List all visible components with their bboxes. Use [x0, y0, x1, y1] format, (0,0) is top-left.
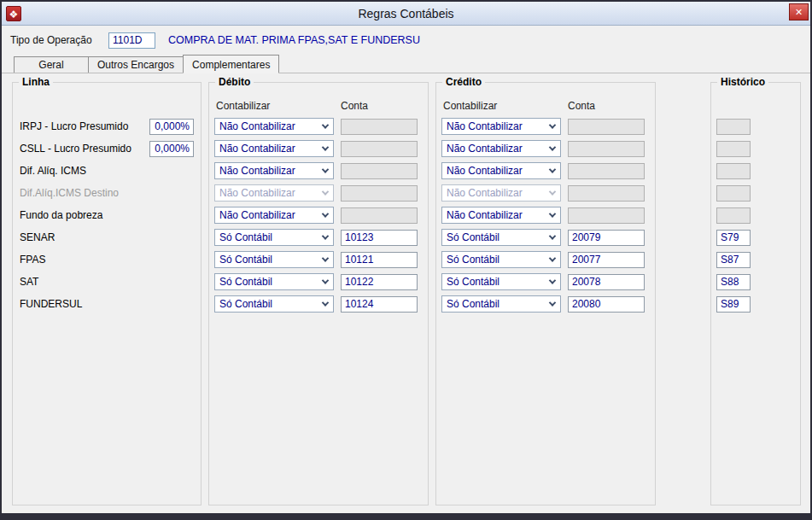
- debito-row: Só Contábil: [214, 293, 423, 315]
- percent-input[interactable]: [149, 119, 194, 135]
- group-debito-title: Débito: [215, 76, 254, 88]
- historico-input: [716, 119, 751, 135]
- historico-row: [716, 182, 795, 204]
- chevron-down-icon: [322, 232, 329, 239]
- line-label: SAT: [20, 276, 38, 288]
- chevron-down-icon: [322, 143, 329, 150]
- contabilizar-select[interactable]: Só Contábil: [441, 229, 561, 246]
- contabilizar-select: Não Contabilizar: [214, 184, 334, 202]
- chevron-down-icon: [549, 254, 556, 261]
- contabilizar-select[interactable]: Não Contabilizar: [441, 162, 561, 179]
- line-label: IRPJ - Lucro Presumido: [20, 120, 128, 132]
- chevron-down-icon: [322, 166, 329, 172]
- historico-row: [716, 115, 795, 137]
- conta-input[interactable]: [568, 296, 645, 313]
- contabilizar-select[interactable]: Só Contábil: [441, 295, 561, 313]
- historico-input[interactable]: [716, 252, 751, 268]
- line-row: IRPJ - Lucro Presumido: [18, 115, 196, 137]
- conta-input[interactable]: [341, 252, 418, 268]
- contabilizar-select[interactable]: Só Contábil: [214, 229, 334, 246]
- contabilizar-select[interactable]: Só Contábil: [441, 273, 561, 290]
- contabilizar-select[interactable]: Só Contábil: [214, 273, 334, 290]
- app-icon: ❖: [6, 6, 21, 21]
- conta-input: [341, 119, 418, 135]
- contabilizar-select[interactable]: Não Contabilizar: [214, 207, 334, 224]
- chevron-down-icon: [322, 210, 329, 217]
- chevron-down-icon: [322, 277, 329, 283]
- contabilizar-value: Não Contabilizar: [447, 165, 523, 177]
- historico-input[interactable]: [716, 296, 751, 313]
- historico-input: [716, 185, 751, 202]
- contabilizar-value: Só Contábil: [447, 298, 499, 310]
- close-button[interactable]: ✕: [789, 3, 809, 20]
- conta-input[interactable]: [341, 274, 418, 290]
- historico-row: [716, 248, 795, 271]
- debito-row: Não Contabilizar: [214, 160, 423, 182]
- historico-input[interactable]: [716, 230, 751, 246]
- title-bar: ❖ Regras Contábeis ✕: [2, 2, 810, 26]
- conta-input[interactable]: [568, 274, 645, 290]
- contabilizar-select[interactable]: Não Contabilizar: [214, 162, 334, 179]
- conta-input: [341, 163, 418, 179]
- window-title: Regras Contábeis: [2, 7, 810, 20]
- tipo-operacao-input[interactable]: [108, 32, 155, 49]
- group-historico: Histórico: [710, 82, 801, 505]
- contabilizar-value: Não Contabilizar: [219, 143, 295, 155]
- contabilizar-value: Só Contábil: [219, 276, 272, 288]
- contabilizar-select[interactable]: Não Contabilizar: [441, 140, 561, 157]
- credito-row: Só Contábil: [441, 293, 650, 315]
- conta-input: [568, 119, 645, 135]
- line-row: SAT: [18, 271, 196, 293]
- contabilizar-select[interactable]: Só Contábil: [214, 295, 334, 313]
- line-label: Dif.Alíq.ICMS Destino: [20, 187, 119, 199]
- group-credito: Crédito Contabilizar Conta Não Contabili…: [435, 82, 656, 505]
- contabilizar-select[interactable]: Não Contabilizar: [214, 118, 334, 135]
- contabilizar-select[interactable]: Não Contabilizar: [214, 140, 334, 157]
- line-label: FUNDERSUL: [20, 298, 82, 310]
- conta-input[interactable]: [568, 230, 645, 246]
- line-row: FPAS: [18, 248, 196, 271]
- historico-row: [716, 293, 795, 315]
- historico-input: [716, 207, 751, 224]
- line-label: CSLL - Lucro Presumido: [20, 143, 131, 155]
- group-debito: Débito Contabilizar Conta Não Contabiliz…: [208, 82, 429, 505]
- line-row: Dif.Alíq.ICMS Destino: [18, 182, 196, 204]
- debito-row: Não Contabilizar: [214, 137, 423, 160]
- tipo-operacao-descricao: COMPRA DE MAT. PRIMA FPAS,SAT E FUNDERSU: [168, 34, 420, 46]
- chevron-down-icon: [549, 166, 556, 172]
- tipo-operacao-header: Tipo de Operação COMPRA DE MAT. PRIMA FP…: [2, 26, 810, 55]
- group-linha: Linha IRPJ - Lucro PresumidoCSLL - Lucro…: [12, 82, 202, 505]
- credito-row: Não Contabilizar: [441, 182, 650, 204]
- chevron-down-icon: [549, 210, 556, 217]
- historico-input[interactable]: [716, 274, 751, 290]
- debito-row: Não Contabilizar: [214, 182, 423, 204]
- contabilizar-select[interactable]: Não Contabilizar: [441, 207, 561, 224]
- tab-outros-encargos[interactable]: Outros Encargos: [88, 56, 184, 73]
- conta-input[interactable]: [568, 252, 645, 268]
- contabilizar-value: Não Contabilizar: [447, 187, 523, 199]
- credito-row: Não Contabilizar: [441, 115, 650, 137]
- contabilizar-value: Só Contábil: [219, 298, 272, 310]
- conta-input: [568, 141, 645, 157]
- historico-row: [716, 160, 795, 182]
- tab-geral[interactable]: Geral: [14, 56, 89, 73]
- chevron-down-icon: [322, 254, 329, 261]
- column-header-contabilizar: Contabilizar: [214, 100, 339, 115]
- contabilizar-select[interactable]: Só Contábil: [441, 251, 561, 268]
- column-header-contabilizar: Contabilizar: [441, 100, 566, 115]
- conta-input[interactable]: [341, 296, 418, 313]
- conta-input[interactable]: [341, 230, 418, 246]
- chevron-down-icon: [549, 277, 556, 283]
- debito-row: Não Contabilizar: [214, 115, 423, 137]
- debito-row: Não Contabilizar: [214, 204, 423, 226]
- tab-complementares[interactable]: Complementares: [183, 55, 279, 73]
- percent-input[interactable]: [149, 141, 194, 157]
- conta-input: [341, 141, 418, 157]
- contabilizar-select[interactable]: Só Contábil: [214, 251, 334, 268]
- contabilizar-select[interactable]: Não Contabilizar: [441, 118, 561, 135]
- chevron-down-icon: [549, 188, 556, 195]
- contabilizar-value: Não Contabilizar: [447, 120, 523, 132]
- conta-input: [341, 185, 418, 202]
- line-row: Dif. Alíq. ICMS: [18, 160, 196, 182]
- chevron-down-icon: [549, 232, 556, 239]
